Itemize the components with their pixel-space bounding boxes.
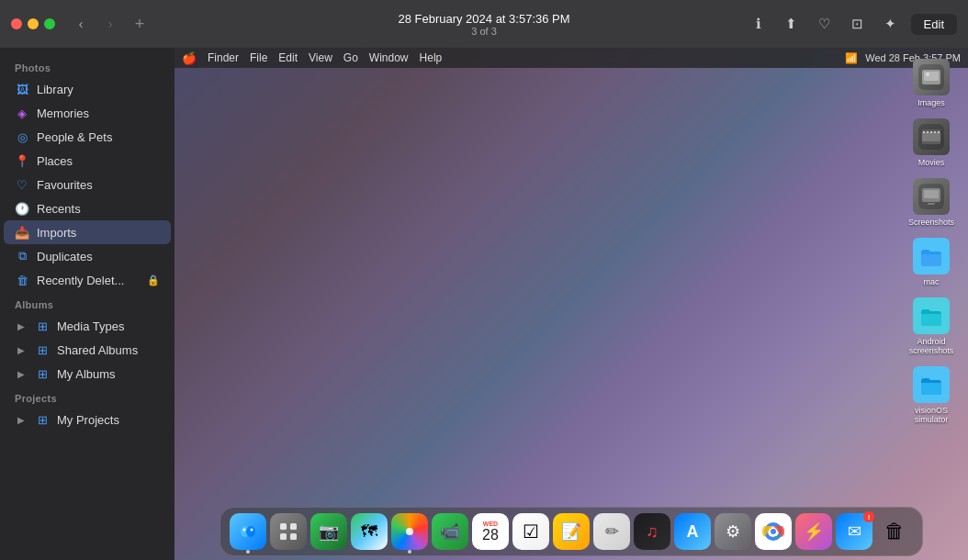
dock-item-music[interactable]: ♫ xyxy=(634,513,670,550)
sidebar-item-label-places: Places xyxy=(37,154,73,168)
svg-point-19 xyxy=(246,526,255,537)
finder-menu-window[interactable]: Window xyxy=(369,51,409,64)
dock-item-shortcuts[interactable]: ⚡ xyxy=(795,513,832,550)
crop-button[interactable]: ⊡ xyxy=(845,11,871,37)
finder-menu-go[interactable]: Go xyxy=(343,51,358,64)
fullscreen-button[interactable] xyxy=(44,18,55,29)
sidebar-item-imports[interactable]: 📥 Imports xyxy=(4,220,171,244)
desktop-icon-images[interactable]: Images xyxy=(909,55,953,111)
finder-active-dot xyxy=(246,550,250,554)
svg-rect-24 xyxy=(280,533,287,540)
svg-rect-2 xyxy=(924,72,939,81)
apple-menu-icon[interactable]: 🍎 xyxy=(182,51,197,65)
forward-button[interactable]: › xyxy=(99,13,121,35)
images-label: Images xyxy=(917,98,945,107)
sidebar-item-label-library: Library xyxy=(37,83,73,96)
movies-icon xyxy=(913,118,950,155)
adjust-button[interactable]: ✦ xyxy=(878,11,904,37)
svg-rect-11 xyxy=(934,131,936,133)
sidebar-item-media-types[interactable]: ▶ ⊞ Media Types xyxy=(4,314,171,338)
svg-point-20 xyxy=(243,529,246,532)
share-button[interactable]: ⬆ xyxy=(779,11,805,37)
heart-button[interactable]: ♡ xyxy=(812,11,838,37)
sidebar-item-duplicates[interactable]: ⧉ Duplicates xyxy=(4,244,171,268)
dock-item-chrome[interactable] xyxy=(755,513,792,550)
dock-item-settings[interactable]: ⚙ xyxy=(715,513,751,550)
photos-active-dot xyxy=(408,550,411,554)
movies-label: Movies xyxy=(918,158,945,167)
desktop-icon-mac[interactable]: mac xyxy=(909,234,953,290)
sidebar-item-recently-deleted[interactable]: 🗑 Recently Delet... 🔒 xyxy=(4,268,171,292)
screenshots-icon xyxy=(913,178,950,215)
finder-menu-help[interactable]: Help xyxy=(420,51,443,64)
finder-menu-edit[interactable]: Edit xyxy=(278,51,298,64)
add-button[interactable]: + xyxy=(129,13,151,35)
screenshots-label: Screenshots xyxy=(908,218,954,227)
sidebar-item-recents[interactable]: 🕐 Recents xyxy=(4,196,171,220)
back-button[interactable]: ‹ xyxy=(70,13,92,35)
finder-menu-bar: 🍎 Finder File Edit View Go Window Help 📶… xyxy=(174,48,968,68)
info-button[interactable]: ℹ xyxy=(746,11,771,37)
svg-point-30 xyxy=(771,529,776,534)
sidebar-item-label-recently-deleted: Recently Delet... xyxy=(37,274,124,287)
title-bar: ‹ › + 28 February 2024 at 3:57:36 PM 3 o… xyxy=(0,0,968,48)
sidebar-item-my-projects[interactable]: ▶ ⊞ My Projects xyxy=(4,408,171,431)
svg-rect-25 xyxy=(290,533,297,540)
dock-item-maps[interactable]: 🗺 xyxy=(351,513,388,550)
sidebar-item-label-my-albums: My Albums xyxy=(57,367,116,381)
minimize-button[interactable] xyxy=(28,18,39,29)
dock-item-freeform[interactable]: ✏ xyxy=(593,513,630,550)
finder-menu-view[interactable]: View xyxy=(309,51,332,64)
desktop-icons: Images Movies xyxy=(895,48,968,435)
desktop-icon-screenshots[interactable]: Screenshots xyxy=(905,174,958,230)
places-icon: 📍 xyxy=(15,153,29,168)
main-content: Photos 🖼 Library ◈ Memories ◎ People & P… xyxy=(0,48,968,560)
dock-item-launchpad[interactable] xyxy=(270,513,307,550)
expand-media-types-icon: ▶ xyxy=(15,319,28,332)
sidebar-item-my-albums[interactable]: ▶ ⊞ My Albums xyxy=(4,362,171,386)
sidebar-item-label-people: People & Pets xyxy=(37,130,112,144)
finder-menu-file[interactable]: File xyxy=(250,51,267,64)
sidebar-item-label-shared-albums: Shared Albums xyxy=(57,343,138,357)
dock-item-facetime[interactable]: 📷 xyxy=(310,513,347,550)
my-projects-icon: ⊞ xyxy=(35,412,50,427)
projects-section-label: Projects xyxy=(0,386,174,408)
dock-item-photos[interactable] xyxy=(391,513,428,550)
dock-item-notes[interactable]: 📝 xyxy=(553,513,590,550)
dock-item-appstore[interactable]: A xyxy=(674,513,711,550)
sidebar-item-library[interactable]: 🖼 Library xyxy=(4,77,171,101)
close-button[interactable] xyxy=(11,18,22,29)
mac-label: mac xyxy=(923,277,939,286)
dock-item-reminders[interactable]: ☑ xyxy=(512,513,549,550)
sidebar-item-label-media-types: Media Types xyxy=(57,319,124,333)
finder-menu-finder[interactable]: Finder xyxy=(208,51,239,64)
sidebar-item-favourites[interactable]: ♡ Favourites xyxy=(4,173,171,196)
dock-item-finder[interactable] xyxy=(230,513,266,550)
dock-item-mail[interactable]: ✉ ! xyxy=(836,513,872,550)
dock-item-trash[interactable]: 🗑 xyxy=(876,513,913,550)
edit-button[interactable]: Edit xyxy=(911,14,957,35)
sidebar-item-memories[interactable]: ◈ Memories xyxy=(4,101,171,125)
svg-rect-9 xyxy=(927,131,929,133)
expand-my-albums-icon: ▶ xyxy=(15,367,28,380)
sidebar-item-people-pets[interactable]: ◎ People & Pets xyxy=(4,125,171,149)
desktop-icon-android[interactable]: Android screenshots xyxy=(895,294,967,359)
photo-count: 3 of 3 xyxy=(398,26,569,37)
sidebar-item-label-imports: Imports xyxy=(37,226,76,240)
desktop-icon-movies[interactable]: Movies xyxy=(909,115,953,171)
title-bar-left: ‹ › + xyxy=(11,13,151,35)
dock-item-calendar[interactable]: WED 28 xyxy=(472,513,509,550)
visionos-label: visionOS simulator xyxy=(899,406,963,424)
svg-rect-15 xyxy=(924,190,939,198)
photo-title: 28 February 2024 at 3:57:36 PM xyxy=(398,12,569,26)
desktop-icon-visionos[interactable]: visionOS simulator xyxy=(895,363,967,428)
android-folder-icon xyxy=(913,297,950,334)
mail-badge: ! xyxy=(863,511,874,522)
dock-item-facetime2[interactable]: 📹 xyxy=(432,513,468,550)
albums-section-label: Albums xyxy=(0,292,174,314)
svg-point-21 xyxy=(251,529,253,532)
sidebar-item-shared-albums[interactable]: ▶ ⊞ Shared Albums xyxy=(4,338,171,362)
svg-rect-16 xyxy=(928,203,935,205)
sidebar-item-places[interactable]: 📍 Places xyxy=(4,149,171,173)
sidebar-item-label-duplicates: Duplicates xyxy=(37,250,93,263)
